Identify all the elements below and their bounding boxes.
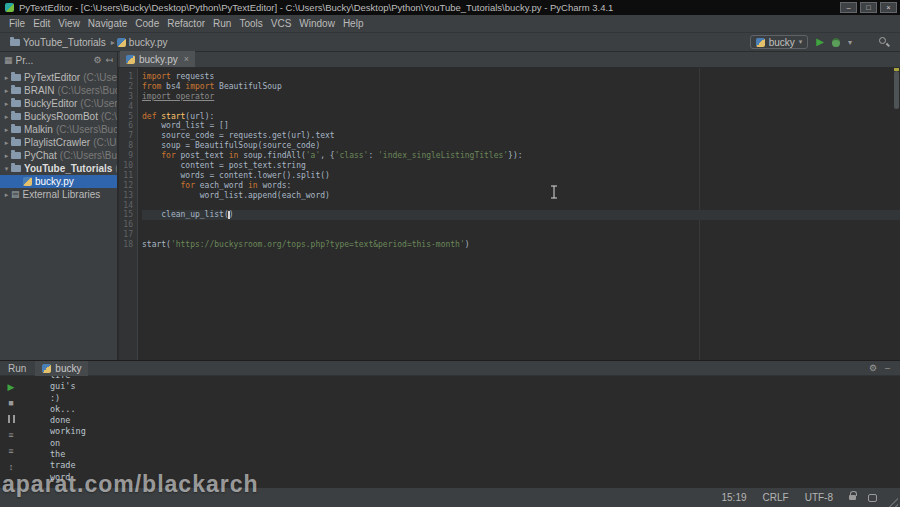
lock-icon[interactable] (849, 495, 856, 500)
collapse-panel-icon[interactable]: ↤ (105, 55, 113, 65)
code-line-18[interactable]: start('https://buckysroom.org/tops.php?t… (142, 240, 900, 250)
line-separator-indicator[interactable]: CRLF (763, 492, 789, 503)
search-icon[interactable] (878, 36, 890, 48)
line-number[interactable]: 14 (119, 201, 137, 211)
project-panel-title[interactable]: Pr... (16, 55, 94, 66)
project-tree-item-youtube-tutorials[interactable]: ▾YouTube_Tutorials(C: (0, 162, 117, 175)
code-line-17[interactable] (142, 230, 900, 240)
line-number[interactable]: 5 (119, 112, 137, 122)
debug-button[interactable] (832, 38, 840, 47)
chevron-right-icon[interactable]: ▸ (2, 113, 11, 121)
settings-gear-icon[interactable]: ⚙ (869, 363, 877, 373)
console-menu-icon[interactable]: ≡ (8, 429, 13, 440)
code-line-11[interactable]: words = content.lower().split() (142, 171, 900, 181)
run-button[interactable]: ▶ (816, 37, 824, 47)
project-view-icon[interactable]: ▦ (4, 55, 13, 65)
editor-gutter[interactable]: 123456789101112131415161718 (119, 68, 138, 360)
menu-code[interactable]: Code (131, 18, 163, 29)
pause-button[interactable] (8, 413, 15, 424)
chevron-right-icon[interactable]: ▸ (2, 100, 11, 108)
code-line-6[interactable]: word_list = [] (142, 121, 900, 131)
code-line-12[interactable]: for each_word in words: (142, 181, 900, 191)
breadcrumb-folder[interactable]: YouTube_Tutorials (23, 37, 106, 48)
editor-scrollbar[interactable] (894, 71, 899, 109)
menu-run[interactable]: Run (209, 18, 235, 29)
project-tree-item-malkin[interactable]: ▸Malkin(C:\Users\Buck (0, 123, 117, 136)
code-line-3[interactable]: import operator (142, 92, 900, 102)
encoding-indicator[interactable]: UTF-8 (805, 492, 833, 503)
maximize-button[interactable]: □ (860, 2, 877, 13)
code-line-10[interactable]: content = post_text.string (142, 161, 900, 171)
code-line-5[interactable]: def start(url): (142, 112, 900, 122)
line-number[interactable]: 4 (119, 102, 137, 112)
chevron-down-icon[interactable]: ▾ (848, 38, 852, 47)
chevron-right-icon[interactable]: ▸ (2, 152, 11, 160)
chevron-right-icon[interactable]: ▸ (2, 126, 11, 134)
project-tree-item-pytexteditor[interactable]: ▸PyTextEditor(C:\Use (0, 71, 117, 84)
project-tree-item-pychat[interactable]: ▸PyChat(C:\Users\Buck (0, 149, 117, 162)
close-button[interactable]: × (880, 2, 897, 13)
title-bar[interactable]: PyTextEditor - [C:\Users\Bucky\Desktop\P… (0, 0, 900, 15)
breadcrumb-file[interactable]: bucky.py (129, 37, 168, 48)
line-number[interactable]: 7 (119, 131, 137, 141)
caret-position[interactable]: 15:19 (722, 492, 747, 503)
tab-bucky-py[interactable]: bucky.py × (120, 51, 195, 67)
minimize-button[interactable]: – (840, 2, 857, 13)
code-line-15[interactable]: clean_up_list() (142, 210, 900, 220)
menu-help[interactable]: Help (339, 18, 368, 29)
line-number[interactable]: 9 (119, 151, 137, 161)
code-line-8[interactable]: soup = BeautifulSoup(source_code) (142, 141, 900, 151)
menu-tools[interactable]: Tools (235, 18, 266, 29)
code-line-2[interactable]: from bs4 import BeautifulSoup (142, 82, 900, 92)
code-line-9[interactable]: for post_text in soup.findAll('a', {'cla… (142, 151, 900, 161)
close-icon[interactable]: × (184, 54, 189, 64)
project-panel-header[interactable]: ▦ Pr... ⚙ ↤ (0, 52, 118, 68)
line-number[interactable]: 16 (119, 220, 137, 230)
code-line-7[interactable]: source_code = requests.get(url).text (142, 131, 900, 141)
code-line-16[interactable] (142, 220, 900, 230)
chevron-right-icon[interactable]: ▸ (2, 87, 11, 95)
run-tab-bucky[interactable]: bucky (35, 361, 88, 376)
chevron-right-icon[interactable]: ▸ (2, 74, 11, 82)
line-number[interactable]: 18 (119, 240, 137, 250)
project-tree-item-brain[interactable]: ▸BRAIN(C:\Users\Buck (0, 84, 117, 97)
line-number[interactable]: 15 (119, 210, 137, 220)
stop-button[interactable]: ■ (8, 397, 13, 408)
line-number[interactable]: 12 (119, 181, 137, 191)
line-number[interactable]: 17 (119, 230, 137, 240)
line-number[interactable]: 6 (119, 121, 137, 131)
code-line-14[interactable] (142, 201, 900, 211)
line-number[interactable]: 11 (119, 171, 137, 181)
code-line-1[interactable]: import requests (142, 72, 900, 82)
menu-file[interactable]: File (5, 18, 29, 29)
resize-grip[interactable] (885, 494, 898, 507)
menu-view[interactable]: View (54, 18, 84, 29)
line-number[interactable]: 13 (119, 191, 137, 201)
project-tree-item-buckysroombot[interactable]: ▸BuckysRoomBot(C:\U (0, 110, 117, 123)
line-number[interactable]: 2 (119, 82, 137, 92)
line-number[interactable]: 1 (119, 72, 137, 82)
project-tree-item-buckyeditor[interactable]: ▸BuckyEditor(C:\Users (0, 97, 117, 110)
console-menu-icon[interactable]: ≡ (8, 445, 13, 456)
project-tree-item-bucky-py[interactable]: bucky.py (0, 175, 117, 188)
code-line-13[interactable]: word_list.append(each_word) (142, 191, 900, 201)
line-number[interactable]: 10 (119, 161, 137, 171)
menu-refactor[interactable]: Refactor (163, 18, 209, 29)
rerun-button[interactable]: ▶ (8, 381, 15, 392)
chevron-right-icon[interactable]: ▸ (2, 191, 11, 199)
project-tree[interactable]: ▸PyTextEditor(C:\Use▸BRAIN(C:\Users\Buck… (0, 68, 118, 360)
inspections-profile-icon[interactable] (868, 494, 877, 502)
menu-window[interactable]: Window (295, 18, 339, 29)
code-area[interactable]: import requestsfrom bs4 import Beautiful… (142, 72, 900, 250)
code-line-4[interactable] (142, 102, 900, 112)
project-tree-item-external-libraries[interactable]: ▸▤External Libraries (0, 188, 117, 201)
run-config-selector[interactable]: bucky ▾ (750, 35, 809, 49)
hide-panel-icon[interactable]: – (885, 363, 890, 373)
line-number[interactable]: 3 (119, 92, 137, 102)
menu-edit[interactable]: Edit (29, 18, 54, 29)
editor[interactable]: 123456789101112131415161718 import reque… (119, 68, 900, 360)
chevron-right-icon[interactable]: ▸ (2, 139, 11, 147)
settings-gear-icon[interactable]: ⚙ (93, 55, 101, 65)
line-number[interactable]: 8 (119, 141, 137, 151)
chevron-down-icon[interactable]: ▾ (2, 165, 11, 173)
